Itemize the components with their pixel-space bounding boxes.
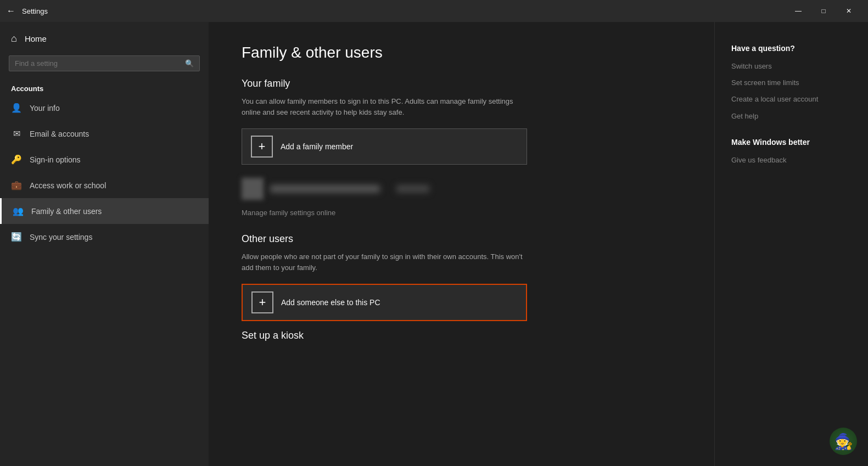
right-panel: Have a question? Switch users Set screen… — [714, 22, 868, 466]
sync-icon: 🔄 — [11, 232, 22, 242]
switch-users-link[interactable]: Switch users — [731, 61, 852, 71]
have-question-title: Have a question? — [731, 44, 852, 53]
family-member-row — [242, 173, 681, 204]
add-someone-else-label: Add someone else to this PC — [281, 298, 380, 307]
sidebar-item-email-accounts[interactable]: ✉ Email & accounts — [0, 121, 209, 147]
add-family-member-label: Add a family member — [281, 142, 353, 151]
kiosk-title: Set up a kiosk — [242, 330, 681, 341]
plus-icon-other: + — [251, 291, 273, 313]
home-label: Home — [25, 34, 47, 43]
create-local-user-link[interactable]: Create a local user account — [731, 94, 852, 104]
other-users-title: Other users — [242, 233, 681, 245]
search-icon: 🔍 — [185, 59, 194, 68]
sidebar-section-label: Accounts — [0, 80, 209, 95]
sidebar-item-access-work[interactable]: 💼 Access work or school — [0, 172, 209, 198]
other-users-desc: Allow people who are not part of your fa… — [242, 251, 527, 273]
window-controls: — □ ✕ — [786, 0, 861, 22]
your-info-icon: 👤 — [11, 103, 22, 113]
mascot-icon: 🧙 — [830, 428, 857, 455]
make-windows-better-title: Make Windows better — [731, 138, 852, 147]
sidebar-item-label: Sync your settings — [30, 233, 92, 242]
your-family-desc: You can allow family members to sign in … — [242, 96, 527, 117]
search-box[interactable]: 🔍 — [9, 55, 200, 71]
maximize-button[interactable]: □ — [811, 0, 836, 22]
your-family-title: Your family — [242, 78, 681, 89]
sidebar-item-label: Your info — [30, 104, 60, 113]
email-icon: ✉ — [11, 128, 22, 139]
get-help-link[interactable]: Get help — [731, 111, 852, 121]
add-family-member-button[interactable]: + Add a family member — [242, 128, 527, 165]
set-screen-time-link[interactable]: Set screen time limits — [731, 78, 852, 88]
app-title: Settings — [22, 7, 786, 15]
home-icon: ⌂ — [11, 33, 17, 44]
page-title: Family & other users — [242, 44, 681, 61]
avatar-blur — [242, 178, 264, 200]
back-button[interactable]: ← — [7, 6, 15, 16]
sidebar-home[interactable]: ⌂ Home — [0, 26, 209, 51]
access-work-icon: 💼 — [11, 180, 22, 190]
sidebar-item-label: Sign-in options — [30, 155, 81, 164]
sidebar-item-label: Access work or school — [30, 181, 106, 190]
main-content: Family & other users Your family You can… — [209, 22, 714, 466]
sign-in-icon: 🔑 — [11, 154, 22, 165]
sidebar-item-label: Family & other users — [31, 207, 102, 216]
make-better-section: Make Windows better Give us feedback — [731, 138, 852, 165]
plus-icon: + — [251, 136, 273, 158]
title-bar: ← Settings — □ ✕ — [0, 0, 868, 22]
sidebar-item-label: Email & accounts — [30, 130, 89, 138]
search-input[interactable] — [15, 59, 185, 68]
minimize-button[interactable]: — — [786, 0, 811, 22]
tag-blur — [396, 185, 429, 193]
sidebar: ⌂ Home 🔍 Accounts 👤 Your info ✉ Email & … — [0, 22, 209, 466]
sidebar-item-family-users[interactable]: 👥 Family & other users — [0, 198, 209, 224]
add-someone-else-button[interactable]: + Add someone else to this PC — [242, 284, 527, 321]
name-blur — [270, 185, 380, 193]
family-users-icon: 👥 — [13, 206, 24, 216]
sidebar-item-sign-in-options[interactable]: 🔑 Sign-in options — [0, 147, 209, 172]
app-body: ⌂ Home 🔍 Accounts 👤 Your info ✉ Email & … — [0, 22, 868, 466]
sidebar-item-sync-settings[interactable]: 🔄 Sync your settings — [0, 224, 209, 250]
manage-family-link[interactable]: Manage family settings online — [242, 209, 681, 217]
sidebar-item-your-info[interactable]: 👤 Your info — [0, 95, 209, 121]
close-button[interactable]: ✕ — [836, 0, 861, 22]
give-feedback-link[interactable]: Give us feedback — [731, 155, 852, 165]
